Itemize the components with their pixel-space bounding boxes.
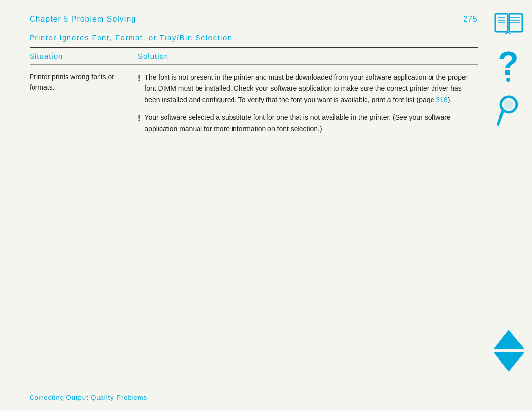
col-situation-header: Situation xyxy=(30,52,138,60)
bullet-item-2: ! Your software selected a substitute fo… xyxy=(138,112,478,134)
svg-line-15 xyxy=(498,111,503,124)
col-solution-header: Solution xyxy=(138,52,478,60)
situation-cell: Printer prints wrong fonts or formats. xyxy=(30,72,138,141)
header-row: Chapter 5 Problem Solving 275 xyxy=(30,15,478,24)
bullet-item-1: ! The font is not present in the printer… xyxy=(138,72,478,105)
content-table: Situation Solution Printer prints wrong … xyxy=(30,48,478,148)
svg-point-14 xyxy=(504,100,514,109)
footer-link[interactable]: Correcting Output Quality Problems xyxy=(30,394,147,401)
section-title: Printer Ignores Font, Format, or Tray/Bi… xyxy=(30,34,478,48)
svg-point-12 xyxy=(506,78,510,82)
svg-text:?: ? xyxy=(498,49,519,82)
arrow-down-button[interactable] xyxy=(493,352,525,372)
question-icon[interactable]: ? xyxy=(495,49,522,84)
bullet-mark-2: ! xyxy=(138,112,140,125)
sidebar-icons: ? xyxy=(493,10,525,128)
page-number: 275 xyxy=(463,15,478,24)
nav-arrows xyxy=(493,330,525,372)
table-row: Printer prints wrong fonts or formats. !… xyxy=(30,65,478,148)
bullet-text-2: Your software selected a substitute font… xyxy=(144,112,478,134)
page-link-318[interactable]: 318 xyxy=(436,96,447,103)
solution-cell: ! The font is not present in the printer… xyxy=(138,72,478,141)
arrow-up-button[interactable] xyxy=(493,330,525,349)
bullet-text-1: The font is not present in the printer a… xyxy=(144,72,478,105)
bullet-mark-1: ! xyxy=(138,72,140,85)
book-icon[interactable] xyxy=(493,10,525,39)
search-icon[interactable] xyxy=(495,94,522,128)
chapter-title: Chapter 5 Problem Solving xyxy=(30,15,136,24)
table-header: Situation Solution xyxy=(30,48,478,65)
